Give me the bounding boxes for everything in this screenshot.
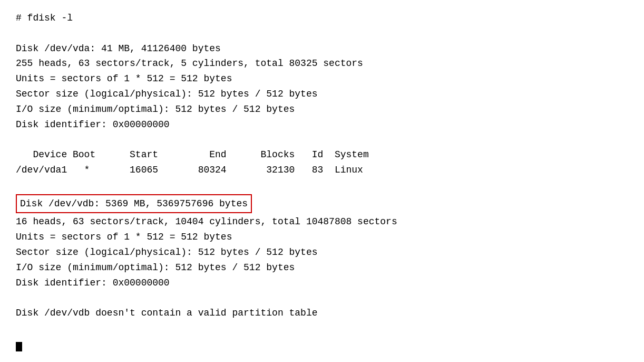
partition-row: /dev/vda1 * 16065 80324 32130 83 Linux bbox=[16, 163, 628, 178]
blank-2 bbox=[16, 132, 628, 147]
terminal-output: # fdisk -l Disk /dev/vda: 41 MB, 4112640… bbox=[16, 11, 628, 351]
disk2-info-box: Disk /dev/vdb: 5369 MB, 5369757696 bytes bbox=[16, 194, 252, 214]
disk1-heads: 255 heads, 63 sectors/track, 5 cylinders… bbox=[16, 56, 628, 71]
disk2-highlighted-line: Disk /dev/vdb: 5369 MB, 5369757696 bytes bbox=[16, 193, 628, 215]
disk2-no-partition: Disk /dev/vdb doesn't contain a valid pa… bbox=[16, 306, 628, 321]
disk2-identifier: Disk identifier: 0x00000000 bbox=[16, 275, 628, 291]
disk1-info: Disk /dev/vda: 41 MB, 41126400 bytes bbox=[16, 41, 628, 56]
disk2-heads: 16 heads, 63 sectors/track, 10404 cylind… bbox=[16, 214, 628, 230]
disk1-io-size: I/O size (minimum/optimal): 512 bytes / … bbox=[16, 102, 628, 117]
disk1-units: Units = sectors of 1 * 512 = 512 bytes bbox=[16, 71, 628, 87]
disk2-units: Units = sectors of 1 * 512 = 512 bytes bbox=[16, 230, 628, 245]
disk2-sector-size: Sector size (logical/physical): 512 byte… bbox=[16, 245, 628, 260]
blank-5 bbox=[16, 321, 628, 336]
terminal-cursor bbox=[16, 342, 22, 351]
blank-1 bbox=[16, 26, 628, 41]
prompt-line: # fdisk -l bbox=[16, 11, 628, 26]
blank-4 bbox=[16, 290, 628, 306]
disk1-sector-size: Sector size (logical/physical): 512 byte… bbox=[16, 87, 628, 102]
partition-header: Device Boot Start End Blocks Id System bbox=[16, 147, 628, 163]
disk1-identifier: Disk identifier: 0x00000000 bbox=[16, 117, 628, 132]
disk2-io-size: I/O size (minimum/optimal): 512 bytes / … bbox=[16, 260, 628, 275]
blank-3 bbox=[16, 178, 628, 193]
